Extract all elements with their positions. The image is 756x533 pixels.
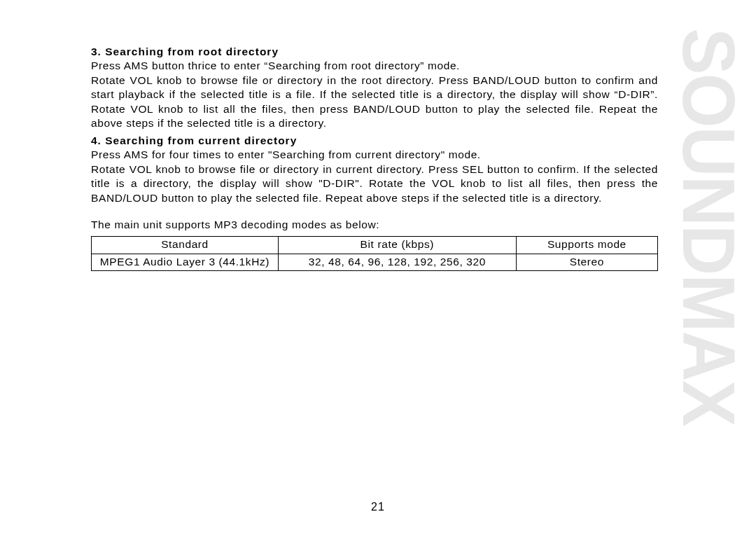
table-cell-bitrate: 32, 48, 64, 96, 128, 192, 256, 320 [278,254,516,270]
table-header-bitrate: Bit rate (kbps) [278,237,516,254]
brand-watermark: SOUNDMAX [676,28,743,425]
table-cell-standard: MPEG1 Audio Layer 3 (44.1kHz) [92,254,279,270]
mp3-support-table: Standard Bit rate (kbps) Supports mode M… [91,236,658,271]
section-3-body: Rotate VOL knob to browse file or direct… [91,74,658,131]
section-4-line1: Press AMS for four times to enter "Searc… [91,148,658,162]
section-3-line1: Press AMS button thrice to enter “Search… [91,59,658,73]
section-3-heading: 3. Searching from root directory [91,45,658,59]
page-content: 3. Searching from root directory Press A… [91,42,658,271]
table-cell-mode: Stereo [516,254,657,270]
table-row: Standard Bit rate (kbps) Supports mode [92,237,658,254]
section-4-heading: 4. Searching from current directory [91,134,658,148]
page-number: 21 [0,501,756,513]
support-intro: The main unit supports MP3 decoding mode… [91,218,658,232]
section-4-body: Rotate VOL knob to browse file or direct… [91,162,658,205]
table-header-mode: Supports mode [516,237,657,254]
table-header-standard: Standard [92,237,279,254]
table-row: MPEG1 Audio Layer 3 (44.1kHz) 32, 48, 64… [92,254,658,270]
